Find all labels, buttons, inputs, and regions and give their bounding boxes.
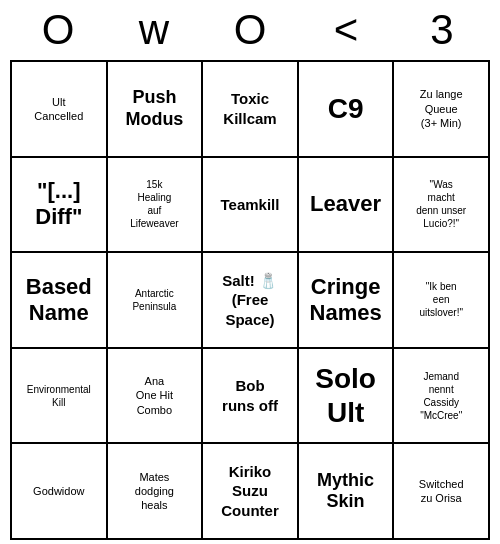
cell-2-1[interactable]: AntarcticPeninsula (108, 253, 204, 349)
cell-0-0-text: UltCancelled (34, 95, 83, 124)
cell-4-0[interactable]: Godwidow (12, 444, 108, 540)
cell-1-3-text: Leaver (310, 191, 381, 217)
cell-1-2-text: Teamkill (221, 195, 280, 215)
cell-2-3-text: CringeNames (310, 274, 382, 327)
cell-0-2[interactable]: ToxicKillcam (203, 62, 299, 158)
cell-2-4-text: "Ik beneenuitslover!" (419, 280, 463, 319)
cell-0-3[interactable]: C9 (299, 62, 395, 158)
cell-1-1-text: 15kHealingaufLifeweaver (130, 178, 178, 230)
cell-3-3-text: SoloUlt (315, 362, 376, 429)
cell-1-2[interactable]: Teamkill (203, 158, 299, 254)
cell-4-2-text: KirikoSuzuCounter (221, 462, 279, 521)
cell-0-1-text: PushModus (125, 87, 183, 130)
title-letter-4: < (298, 6, 394, 54)
cell-3-3[interactable]: SoloUlt (299, 349, 395, 445)
cell-1-4-text: "Wasmachtdenn unserLucio?!" (416, 178, 466, 230)
cell-0-4-text: Zu langeQueue(3+ Min) (420, 87, 463, 130)
title-letter-3: O (202, 6, 298, 54)
cell-2-0-text: BasedName (26, 274, 92, 327)
cell-0-4[interactable]: Zu langeQueue(3+ Min) (394, 62, 490, 158)
cell-2-1-text: AntarcticPeninsula (132, 287, 176, 313)
cell-3-0[interactable]: EnvironmentalKill (12, 349, 108, 445)
cell-4-0-text: Godwidow (33, 484, 84, 498)
cell-0-1[interactable]: PushModus (108, 62, 204, 158)
cell-2-4[interactable]: "Ik beneenuitslover!" (394, 253, 490, 349)
cell-3-2-text: Bobruns off (222, 376, 278, 415)
title-letter-5: 3 (394, 6, 490, 54)
bingo-title: O w O < 3 (10, 0, 490, 60)
cell-4-2[interactable]: KirikoSuzuCounter (203, 444, 299, 540)
cell-4-4-text: Switchedzu Orisa (419, 477, 464, 506)
title-letter-1: O (10, 6, 106, 54)
cell-2-0[interactable]: BasedName (12, 253, 108, 349)
cell-0-3-text: C9 (328, 92, 364, 126)
cell-0-2-text: ToxicKillcam (223, 89, 276, 128)
cell-4-1-text: Matesdodgingheals (135, 470, 174, 513)
cell-2-2-text: Salt! 🧂(FreeSpace) (222, 271, 278, 330)
cell-4-4[interactable]: Switchedzu Orisa (394, 444, 490, 540)
cell-3-2[interactable]: Bobruns off (203, 349, 299, 445)
cell-3-1-text: AnaOne HitCombo (136, 374, 173, 417)
cell-3-1[interactable]: AnaOne HitCombo (108, 349, 204, 445)
cell-1-0-text: "[...]Diff" (35, 178, 82, 231)
cell-3-4[interactable]: JemandnenntCassidy"McCree" (394, 349, 490, 445)
cell-1-3[interactable]: Leaver (299, 158, 395, 254)
cell-2-2[interactable]: Salt! 🧂(FreeSpace) (203, 253, 299, 349)
cell-2-3[interactable]: CringeNames (299, 253, 395, 349)
cell-3-4-text: JemandnenntCassidy"McCree" (420, 370, 462, 422)
cell-0-0[interactable]: UltCancelled (12, 62, 108, 158)
cell-4-1[interactable]: Matesdodgingheals (108, 444, 204, 540)
cell-4-3-text: MythicSkin (317, 470, 374, 513)
bingo-grid: UltCancelled PushModus ToxicKillcam C9 Z… (10, 60, 490, 540)
title-letter-2: w (106, 6, 202, 54)
cell-4-3[interactable]: MythicSkin (299, 444, 395, 540)
cell-3-0-text: EnvironmentalKill (27, 383, 91, 409)
cell-1-1[interactable]: 15kHealingaufLifeweaver (108, 158, 204, 254)
cell-1-0[interactable]: "[...]Diff" (12, 158, 108, 254)
cell-1-4[interactable]: "Wasmachtdenn unserLucio?!" (394, 158, 490, 254)
